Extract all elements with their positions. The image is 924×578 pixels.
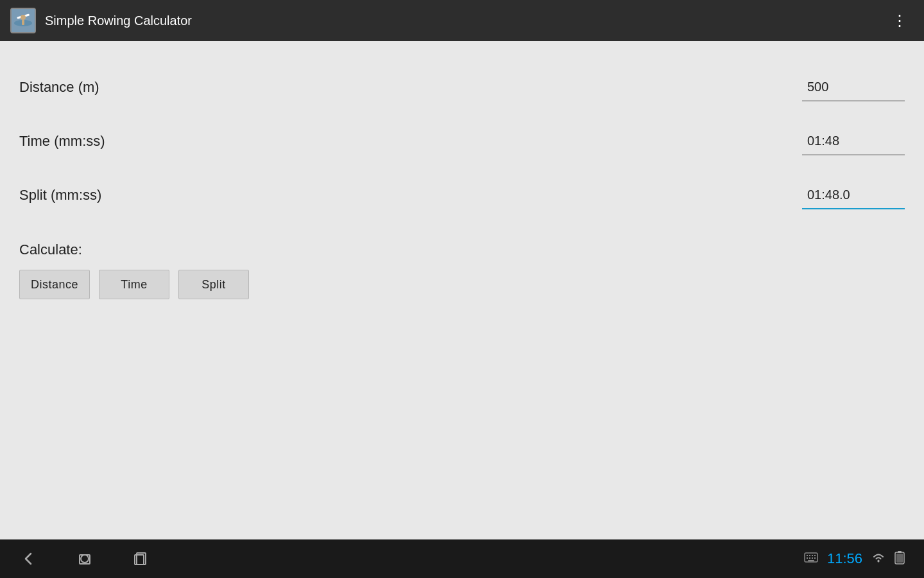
svg-rect-10	[807, 555, 808, 556]
svg-point-6	[81, 555, 89, 563]
svg-rect-21	[898, 551, 902, 553]
recents-button[interactable]	[132, 550, 150, 568]
calculate-distance-button[interactable]: Distance	[19, 270, 90, 299]
distance-input[interactable]	[802, 73, 905, 101]
calc-buttons: Distance Time Split	[19, 270, 905, 299]
calculate-split-button[interactable]: Split	[178, 270, 249, 299]
svg-rect-22	[896, 554, 903, 563]
bottombar: 11:56	[0, 539, 924, 578]
calculate-time-button[interactable]: Time	[99, 270, 169, 299]
svg-rect-13	[814, 555, 816, 556]
split-label: Split (mm:ss)	[19, 187, 101, 204]
time-row: Time (mm:ss)	[19, 114, 905, 168]
svg-point-19	[878, 561, 880, 563]
home-button[interactable]	[76, 550, 94, 568]
svg-rect-12	[812, 555, 813, 556]
distance-row: Distance (m)	[19, 60, 905, 114]
main-content: Distance (m) Time (mm:ss) Split (mm:ss) …	[0, 41, 924, 539]
keyboard-icon	[804, 552, 818, 565]
overflow-menu-icon[interactable]: ⋮	[887, 6, 914, 35]
svg-rect-17	[814, 557, 816, 559]
topbar: Simple Rowing Calculator ⋮	[0, 0, 924, 41]
svg-point-3	[21, 15, 26, 20]
svg-rect-18	[808, 560, 814, 561]
nav-buttons	[19, 550, 150, 568]
status-right: 11:56	[804, 550, 905, 567]
svg-rect-15	[809, 557, 810, 559]
battery-icon	[894, 550, 905, 567]
back-button[interactable]	[19, 550, 37, 568]
svg-rect-11	[809, 555, 810, 556]
svg-rect-14	[807, 557, 808, 559]
split-input[interactable]	[802, 181, 905, 209]
app-title: Simple Rowing Calculator	[45, 13, 192, 28]
topbar-left: Simple Rowing Calculator	[10, 8, 192, 33]
split-row: Split (mm:ss)	[19, 168, 905, 222]
time-input[interactable]	[802, 127, 905, 155]
calculate-section: Calculate: Distance Time Split	[19, 241, 905, 299]
svg-rect-4	[22, 20, 24, 25]
wifi-icon	[871, 552, 886, 566]
distance-label: Distance (m)	[19, 79, 99, 96]
svg-rect-16	[812, 557, 813, 559]
clock: 11:56	[827, 550, 862, 567]
calculate-label: Calculate:	[19, 241, 905, 258]
app-icon	[10, 8, 36, 33]
time-label: Time (mm:ss)	[19, 133, 105, 150]
